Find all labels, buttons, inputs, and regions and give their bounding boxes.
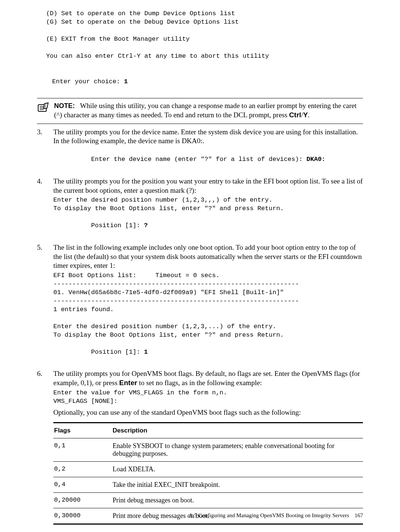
user-input: 1 — [124, 78, 128, 85]
code-blank — [37, 44, 363, 52]
user-input: ? — [144, 222, 148, 229]
flag-code: 0,20000 — [53, 493, 112, 508]
note-icon — [37, 102, 50, 115]
page-footer: A.5 Configuring and Managing OpenVMS Boo… — [189, 512, 363, 519]
code-line: Enter the desired position number (1,2,3… — [53, 323, 363, 331]
code-text: Position [1]: — [91, 222, 144, 229]
code-line: Enter the desired position number (1,2,3… — [53, 196, 363, 205]
step-4: 4. The utility prompts you for the posit… — [37, 177, 363, 239]
code-line: Enter the value for VMS_FLAGS in the for… — [53, 389, 363, 397]
code-line: (D) Set to operate on the Dump Device Op… — [37, 10, 363, 18]
code-text: Position [1]: — [91, 349, 144, 356]
code-line: (G) Set to operate on the Debug Device O… — [37, 18, 363, 27]
code-line: 1 entries found. — [53, 306, 363, 314]
flag-code: 0,1 — [53, 438, 112, 462]
user-input: 1 — [144, 349, 148, 356]
text-segment: to set no flags, as in the following exa… — [137, 379, 262, 387]
note-block: NOTE: While using this utility, you can … — [37, 101, 363, 119]
step-number: 4. — [37, 177, 53, 185]
table-row: 0,20000 Print debug messages on boot. — [53, 493, 363, 508]
code-line: To display the Boot Options list, enter … — [53, 331, 363, 340]
separator-line — [37, 98, 363, 98]
code-line: Enter the device name (enter "?" for a l… — [53, 147, 363, 172]
step-6: 6. The utility prompts you for OpenVMS b… — [37, 369, 363, 525]
table-row: 0,2 Load XDELTA. — [53, 462, 363, 477]
code-text: Enter the device name (enter "?" for a l… — [91, 156, 307, 163]
code-line: 01. VenHw(d65a6b8c-71e5-4df0-d2f009a9) "… — [53, 289, 363, 297]
code-text: Enter your choice: — [52, 78, 124, 85]
step-3: 3. The utility prompts you for the devic… — [37, 128, 363, 172]
table-row: 0,4 Take the initial EXEC_INIT breakpoin… — [53, 477, 363, 493]
table-header-description: Description — [112, 423, 363, 438]
key-enter: Enter — [119, 379, 137, 387]
code-line: You can also enter Ctrl-Y at any time to… — [37, 52, 363, 61]
flag-code: 0,2 — [53, 462, 112, 477]
separator-line — [37, 124, 363, 124]
key-ctrl: Ctrl — [289, 111, 301, 119]
note-text: NOTE: While using this utility, you can … — [54, 101, 363, 119]
key-y: Y — [303, 111, 308, 119]
flag-code: 0,4 — [53, 477, 112, 493]
note-body: While using this utility, you can change… — [54, 102, 357, 119]
code-line: To display the Boot Options list, enter … — [53, 205, 363, 213]
step-number: 5. — [37, 243, 53, 252]
code-line: EFI Boot Options list: Timeout = 0 secs. — [53, 272, 363, 280]
flag-desc: Enable SYSBOOT to change system paramete… — [112, 438, 363, 462]
flag-code: 0,30000 — [53, 508, 112, 524]
flag-desc: Load XDELTA. — [112, 462, 363, 477]
step-text: The utility prompts you for the device n… — [53, 128, 363, 146]
note-label: NOTE: — [54, 102, 75, 110]
code-blank — [37, 27, 363, 35]
code-line: VMS_FLAGS [NONE]: — [53, 397, 363, 406]
code-line: ----------------------------------------… — [53, 297, 363, 306]
code-blank — [37, 61, 363, 69]
step-number: 3. — [37, 128, 53, 136]
code-line: ----------------------------------------… — [53, 280, 363, 289]
step-text: The utility prompts you for the position… — [53, 177, 363, 195]
flag-desc: Print debug messages on boot. — [112, 493, 363, 508]
user-input: DKA0: — [307, 156, 326, 163]
table-header-flags: Flags — [53, 423, 112, 438]
footer-text: A.5 Configuring and Managing OpenVMS Boo… — [189, 512, 349, 518]
step-text: The utility prompts you for OpenVMS boot… — [53, 369, 363, 387]
step-5: 5. The list in the following example inc… — [37, 243, 363, 365]
code-line: Enter your choice: 1 — [37, 69, 363, 95]
step-text: Optionally, you can use any of the stand… — [53, 408, 363, 417]
table-row: 0,1 Enable SYSBOOT to change system para… — [53, 438, 363, 462]
code-line: (E) EXIT from the Boot Manager utility — [37, 35, 363, 44]
page-number: 167 — [355, 512, 363, 518]
flags-table: Flags Description 0,1 Enable SYSBOOT to … — [53, 422, 363, 525]
flag-desc: Take the initial EXEC_INIT breakpoint. — [112, 477, 363, 493]
step-number: 6. — [37, 369, 53, 378]
step-text: The list in the following example includ… — [53, 243, 363, 270]
code-line: Position [1]: 1 — [53, 340, 363, 365]
period: . — [308, 111, 310, 119]
code-blank — [53, 314, 363, 323]
code-line: Position [1]: ? — [53, 213, 363, 239]
